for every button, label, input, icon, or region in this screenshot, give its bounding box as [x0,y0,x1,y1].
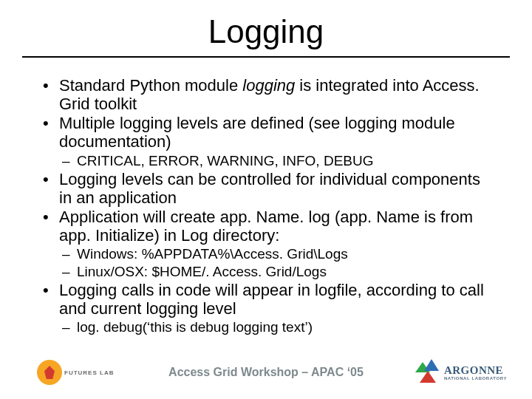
futures-lab-label: FUTURES LAB [64,369,114,376]
argonne-label: ARGONNE [444,365,507,376]
argonne-logo: ARGONNE NATIONAL LABORATORY [414,359,507,386]
argonne-icon [414,359,440,386]
bullet-text: Logging calls in code will appear in log… [59,281,484,318]
sub-bullet-item: log. debug(‘this is debug logging text’) [59,319,492,335]
bullet-text: Multiple logging levels are defined (see… [59,114,455,151]
futures-lab-logo: FUTURES LAB [37,360,114,385]
bullet-text: Logging levels can be controlled for ind… [59,170,480,207]
bullet-item: Application will create app. Name. log (… [40,208,492,280]
argonne-sublabel: NATIONAL LABORATORY [444,376,507,381]
slide-title: Logging [0,13,532,50]
sub-bullet-item: CRITICAL, ERROR, WARNING, INFO, DEBUG [59,153,492,169]
bullet-item: Logging calls in code will appear in log… [40,282,492,336]
sub-bullet-item: Linux/OSX: $HOME/. Access. Grid/Logs [59,264,492,280]
slide-footer: FUTURES LAB Access Grid Workshop – APAC … [0,355,532,390]
bullet-item: Standard Python module logging is integr… [40,77,492,113]
bullet-item: Multiple logging levels are defined (see… [40,115,492,169]
futures-lab-icon [37,360,62,385]
bullet-text: Application will create app. Name. log (… [59,208,473,245]
bullet-item: Logging levels can be controlled for ind… [40,171,492,207]
sub-bullet-item: Windows: %APPDATA%\Access. Grid\Logs [59,246,492,262]
slide-body: Standard Python module logging is integr… [0,58,532,336]
